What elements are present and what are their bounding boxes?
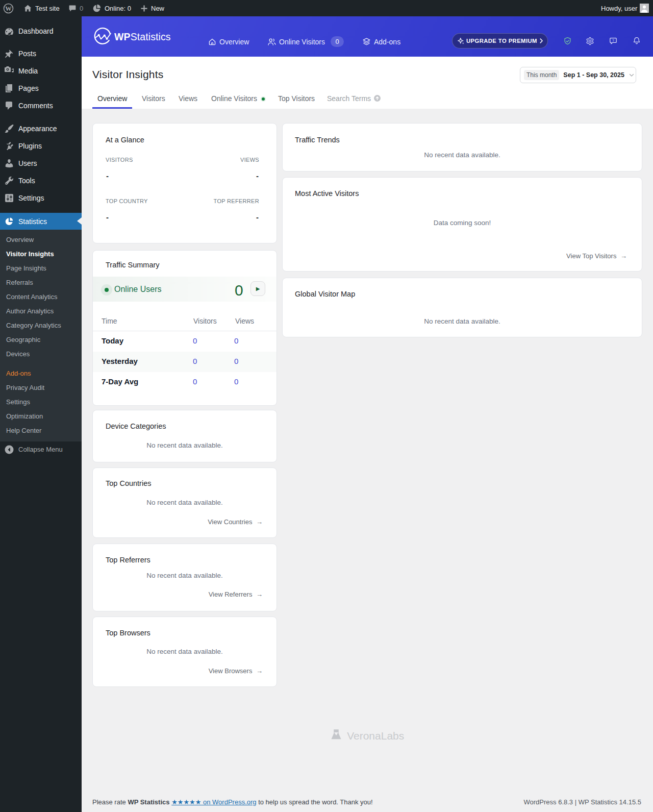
svg-text:?: ? (612, 39, 614, 42)
svg-text:W: W (5, 5, 12, 12)
